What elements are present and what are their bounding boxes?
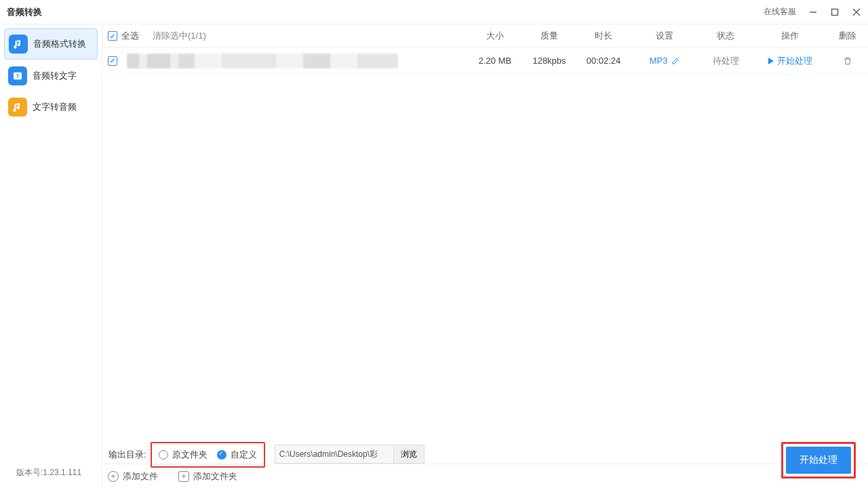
cell-duration: 00:02:24 (576, 56, 631, 66)
col-delete: 删除 (827, 30, 868, 42)
output-path-input[interactable] (275, 445, 393, 464)
sidebar-item-label: 音频格式转换 (33, 38, 86, 50)
col-status: 状态 (698, 30, 753, 42)
col-action: 操作 (753, 30, 827, 42)
svg-rect-1 (832, 9, 838, 15)
file-list: 2.20 MB 128kpbs 00:02:24 MP3 待处理 开始处理 (102, 47, 868, 464)
sidebar-item-label: 音频转文字 (33, 70, 77, 82)
cell-quality: 128kpbs (522, 56, 576, 66)
cell-size: 2.20 MB (468, 56, 522, 66)
select-all[interactable]: 全选 (108, 30, 139, 42)
sidebar-item-text-to-audio[interactable]: 文字转音频 (4, 92, 98, 122)
sidebar-item-audio-to-text[interactable]: T 音频转文字 (4, 61, 98, 91)
main-panel: 全选 清除选中(1/1) 大小 质量 时长 设置 状态 操作 删除 2.20 M… (102, 24, 868, 488)
titlebar: 音频转换 在线客服 (0, 0, 868, 24)
file-name-redacted (127, 54, 398, 68)
footer: 输出目录: 原文件夹 自定义 浏览 开始处理 (102, 430, 868, 488)
start-button[interactable]: 开始处理 (786, 447, 851, 474)
table-row: 2.20 MB 128kpbs 00:02:24 MP3 待处理 开始处理 (102, 47, 868, 75)
radio-original-folder[interactable]: 原文件夹 (159, 449, 208, 461)
radio-checked-icon (217, 450, 226, 460)
col-quality: 质量 (522, 30, 576, 42)
cell-delete[interactable] (827, 56, 868, 66)
trash-icon (843, 56, 852, 66)
svg-text:T: T (16, 73, 20, 79)
col-setting: 设置 (631, 30, 698, 42)
col-duration: 时长 (576, 30, 631, 42)
output-label: 输出目录: (108, 442, 146, 461)
app-title: 音频转换 (7, 6, 42, 18)
col-size: 大小 (468, 30, 522, 42)
row-checkbox[interactable] (108, 56, 117, 66)
customer-service-link[interactable]: 在线客服 (764, 6, 796, 18)
radio-custom-folder[interactable]: 自定义 (217, 449, 257, 461)
music-convert-icon (9, 35, 28, 54)
clear-selection[interactable]: 清除选中(1/1) (153, 30, 206, 42)
cell-action[interactable]: 开始处理 (753, 55, 827, 67)
radio-unchecked-icon (159, 450, 168, 460)
maximize-button[interactable] (830, 7, 840, 17)
start-highlight: 开始处理 (781, 442, 856, 479)
list-toolbar: 全选 清除选中(1/1) 大小 质量 时长 设置 状态 操作 删除 (102, 24, 868, 47)
close-button[interactable] (852, 7, 861, 17)
sidebar-item-format-convert[interactable]: 音频格式转换 (4, 28, 98, 60)
browse-button[interactable]: 浏览 (393, 445, 425, 464)
output-dir-radio-group: 原文件夹 自定义 (151, 442, 265, 468)
audio-text-icon: T (8, 66, 27, 85)
minimize-button[interactable] (808, 7, 818, 17)
checkbox-icon[interactable] (108, 31, 117, 41)
cell-status: 待处理 (698, 55, 753, 67)
cell-setting[interactable]: MP3 (631, 56, 698, 66)
version-label: 版本号:1.23.1.111 (16, 467, 81, 479)
sidebar-item-label: 文字转音频 (33, 101, 77, 113)
sidebar: 音频格式转换 T 音频转文字 文字转音频 (0, 24, 102, 488)
edit-icon (671, 57, 679, 65)
text-audio-icon (8, 98, 27, 117)
play-icon (768, 58, 774, 64)
